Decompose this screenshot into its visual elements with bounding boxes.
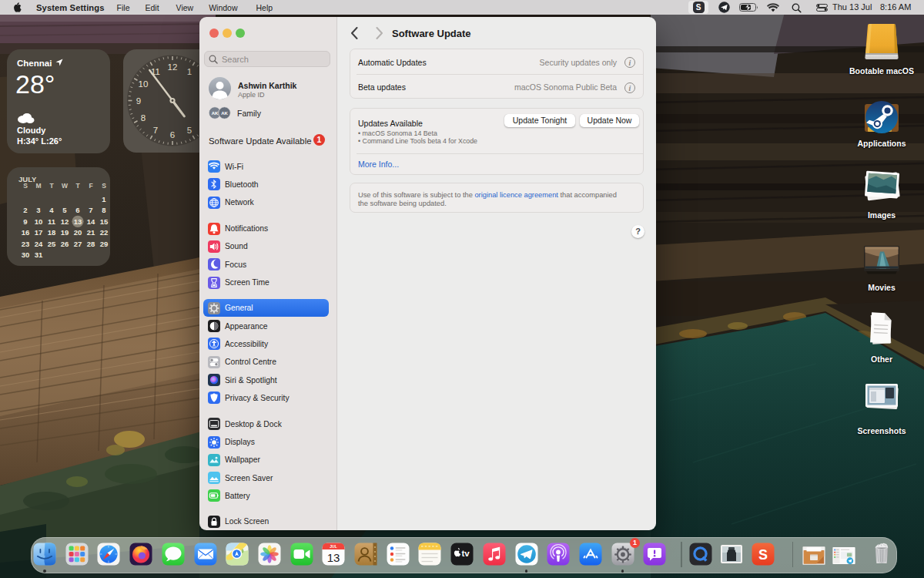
svg-text:5: 5 — [187, 126, 192, 135]
svg-text:JUL: JUL — [330, 544, 337, 549]
svg-text:26: 26 — [61, 240, 69, 248]
svg-text:10: 10 — [35, 217, 43, 226]
svg-text:16: 16 — [22, 228, 30, 237]
svg-text:23: 23 — [22, 240, 30, 248]
svg-text:9: 9 — [23, 217, 27, 226]
svg-text:10: 10 — [139, 79, 149, 89]
svg-text:5: 5 — [62, 206, 67, 214]
svg-text:8: 8 — [141, 113, 146, 123]
svg-text:24: 24 — [35, 240, 43, 248]
svg-text:1: 1 — [187, 67, 192, 76]
svg-text:6: 6 — [170, 130, 175, 139]
svg-text:22: 22 — [100, 228, 109, 237]
svg-text:M: M — [35, 182, 41, 190]
svg-text:S: S — [102, 182, 106, 190]
svg-text:13: 13 — [74, 217, 82, 226]
svg-text:12: 12 — [61, 217, 69, 226]
svg-text:17: 17 — [35, 228, 43, 237]
svg-text:tv: tv — [462, 549, 470, 558]
svg-text:20: 20 — [74, 228, 82, 237]
svg-text:4: 4 — [49, 206, 54, 214]
svg-text:11: 11 — [48, 217, 56, 226]
svg-text:AK: AK — [221, 111, 228, 116]
svg-text:31: 31 — [35, 250, 43, 259]
svg-text:15: 15 — [100, 217, 109, 226]
svg-text:T: T — [75, 182, 80, 190]
svg-text:28: 28 — [87, 240, 95, 248]
svg-text:2: 2 — [23, 206, 27, 214]
svg-text:6: 6 — [75, 206, 79, 214]
svg-text:27: 27 — [74, 240, 82, 248]
svg-text:14: 14 — [87, 217, 95, 226]
svg-text:8: 8 — [102, 206, 105, 214]
svg-text:19: 19 — [61, 228, 69, 237]
svg-text:S: S — [758, 547, 768, 563]
svg-text:30: 30 — [22, 250, 30, 259]
svg-text:18: 18 — [48, 228, 56, 237]
svg-text:9: 9 — [136, 96, 141, 106]
svg-text:W: W — [62, 182, 69, 190]
svg-text:7: 7 — [153, 126, 158, 135]
svg-text:25: 25 — [48, 240, 56, 248]
svg-text:1: 1 — [102, 195, 106, 203]
svg-text:F: F — [89, 182, 92, 190]
svg-text:21: 21 — [87, 228, 95, 237]
svg-text:3: 3 — [36, 206, 40, 214]
svg-text:29: 29 — [100, 240, 109, 248]
svg-text:7: 7 — [89, 206, 92, 214]
svg-text:12: 12 — [168, 62, 178, 72]
svg-text:T: T — [49, 182, 54, 190]
svg-text:13: 13 — [327, 551, 340, 564]
svg-text:AK: AK — [212, 111, 219, 116]
